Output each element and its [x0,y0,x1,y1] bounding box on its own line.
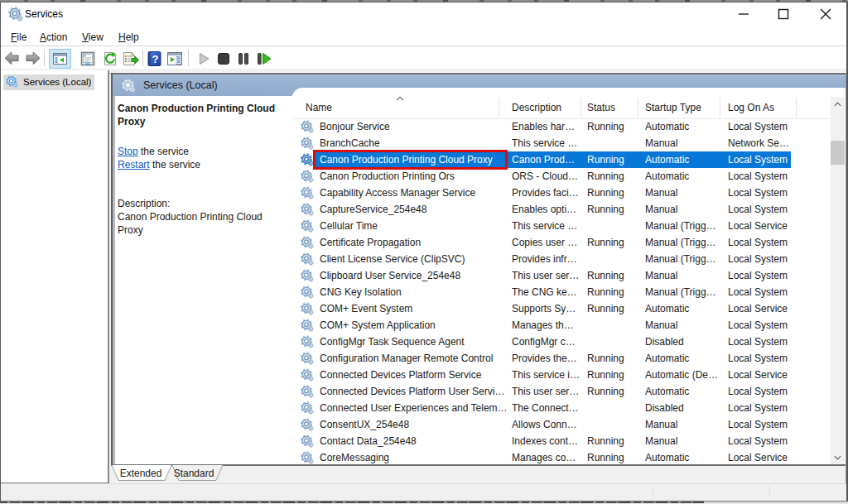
svg-text:?: ? [152,53,158,65]
svg-text:Standard: Standard [174,468,214,479]
svg-text:Extended: Extended [120,468,162,479]
